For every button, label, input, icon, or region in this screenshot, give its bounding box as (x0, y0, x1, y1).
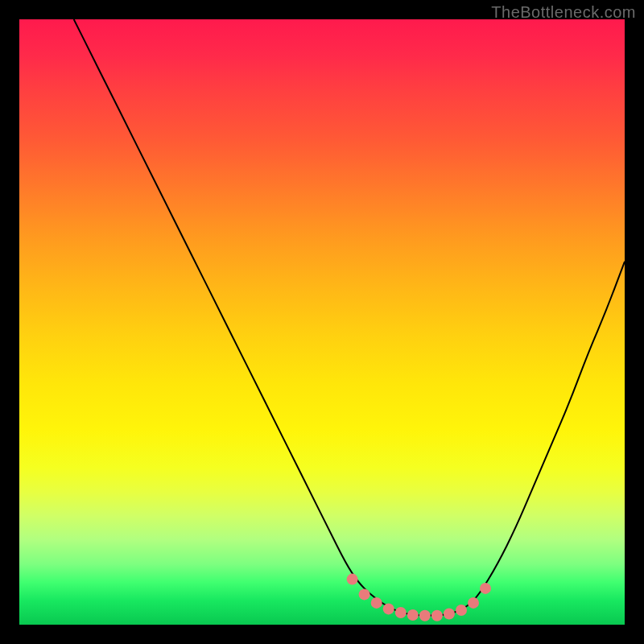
sweet-spot-marker (347, 574, 358, 585)
sweet-spot-marker (359, 588, 370, 600)
sweet-spot-marker (431, 610, 443, 621)
sweet-spot-marker (468, 597, 479, 609)
sweet-spot-marker (371, 597, 382, 609)
sweet-spot-marker (407, 609, 419, 621)
chart-stage: TheBottleneck.com (0, 0, 644, 644)
sweet-spot-marker (395, 607, 407, 618)
sweet-spot-marker (480, 583, 491, 594)
chart-svg (19, 19, 625, 625)
bottleneck-curve (74, 19, 625, 616)
sweet-spot-marker (419, 610, 431, 621)
sweet-spot-marker (456, 605, 467, 616)
chart-plot-area (19, 19, 625, 625)
sweet-spot-marker-group (347, 574, 491, 621)
sweet-spot-marker (444, 609, 455, 620)
sweet-spot-marker (383, 603, 394, 614)
watermark-text: TheBottleneck.com (491, 3, 636, 22)
